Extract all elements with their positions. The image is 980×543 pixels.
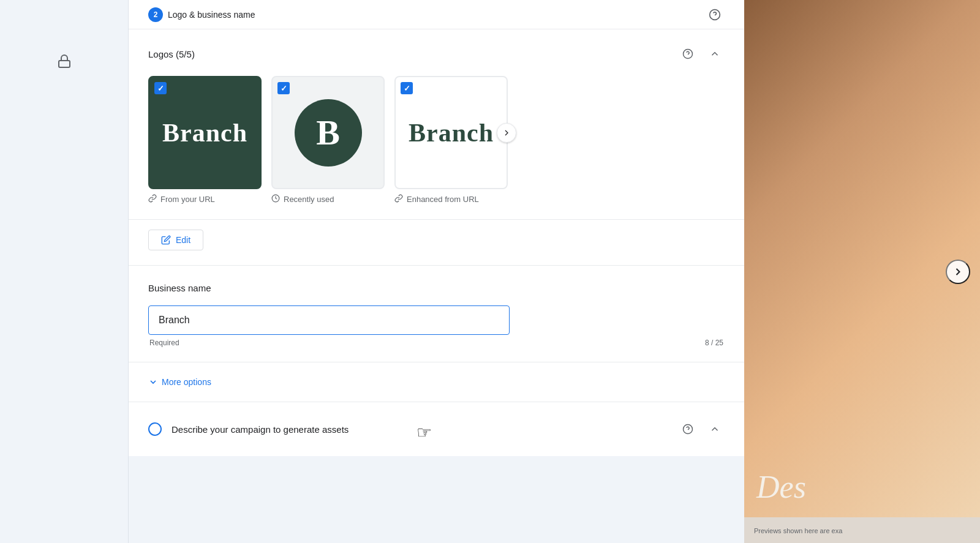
logo-checkbox-2 (277, 82, 290, 94)
edit-button-label: Edit (176, 235, 190, 245)
preview-image: Des (744, 0, 980, 517)
step-circle: 2 (148, 7, 163, 22)
logos-title: Logos (5/5) (148, 49, 195, 59)
describe-label: Describe your campaign to generate asset… (172, 424, 349, 435)
logo-label-text-2: Recently used (284, 195, 334, 204)
logos-help-button[interactable] (678, 44, 698, 64)
lock-icon (52, 49, 77, 73)
logo-card-label-2: Recently used (271, 194, 385, 204)
logo-label-text-3: Enhanced from URL (407, 195, 479, 204)
top-help-button[interactable] (705, 5, 725, 24)
more-options-button[interactable]: More options (148, 377, 211, 387)
logo-branch-text-1: Branch (162, 118, 247, 148)
logo-card-inner-2: B (271, 76, 385, 189)
describe-left: Describe your campaign to generate asset… (148, 422, 349, 436)
logo-link-icon-3 (394, 194, 403, 204)
preview-arrow-button[interactable] (946, 260, 970, 284)
describe-radio[interactable] (148, 422, 162, 436)
logos-header: Logos (5/5) (148, 44, 725, 64)
describe-actions (678, 419, 725, 439)
input-char-count: 8 / 25 (705, 339, 723, 347)
logo-card-inner-3: Branch (394, 76, 508, 189)
edit-button[interactable]: Edit (148, 230, 203, 250)
step-label: Logo & business name (168, 10, 255, 20)
edit-button-container: Edit (129, 220, 744, 266)
logo-card-3[interactable]: Branch Enhanced from URL (394, 76, 508, 204)
logo-label-text-1: From your URL (160, 195, 215, 204)
logo-checkbox-1 (154, 82, 167, 94)
logo-branch-text-3: Branch (409, 118, 494, 148)
preview-note: Previews shown here are exa (754, 527, 842, 534)
business-name-label: Business name (148, 283, 725, 293)
logos-collapse-button[interactable] (705, 44, 725, 64)
preview-panel: Des Previews shown here are exa (744, 0, 980, 543)
branch-circle-letter: B (316, 112, 340, 153)
logos-section: Logos (5/5) (129, 29, 744, 220)
svg-rect-0 (59, 61, 70, 67)
business-name-input[interactable] (148, 305, 510, 335)
describe-collapse-button[interactable] (705, 419, 725, 439)
branch-circle: B (295, 99, 362, 167)
preview-footer: Previews shown here are exa (744, 517, 980, 543)
top-bar: 2 Logo & business name (129, 0, 744, 29)
top-bar-left: 2 Logo & business name (148, 7, 255, 22)
describe-section: Describe your campaign to generate asset… (129, 402, 744, 456)
sidebar (0, 0, 129, 543)
input-required-label: Required (149, 339, 179, 347)
logo-card-1[interactable]: Branch From your URL (148, 76, 262, 204)
describe-help-button[interactable] (678, 419, 698, 439)
logo-checkbox-3 (401, 82, 413, 94)
business-name-section: Business name Required 8 / 25 (129, 266, 744, 362)
logo-card-2[interactable]: B Recently used (271, 76, 385, 204)
top-bar-right (705, 5, 725, 24)
logos-actions (678, 44, 725, 64)
business-name-input-container (148, 305, 725, 335)
logo-next-button[interactable] (497, 123, 516, 143)
logo-card-label-1: From your URL (148, 194, 262, 204)
logo-link-icon-1 (148, 194, 157, 204)
main-content: 2 Logo & business name Logos (5/5) (129, 0, 744, 543)
preview-text-overlay: Des (756, 469, 806, 505)
logo-card-label-3: Enhanced from URL (394, 194, 508, 204)
more-options-label: More options (162, 377, 211, 387)
logo-card-inner-1: Branch (148, 76, 262, 189)
logo-history-icon-2 (271, 194, 280, 204)
logo-cards-container: Branch From your URL (148, 76, 725, 204)
more-options-section: More options ☞ (129, 362, 744, 402)
input-meta: Required 8 / 25 (148, 339, 725, 347)
